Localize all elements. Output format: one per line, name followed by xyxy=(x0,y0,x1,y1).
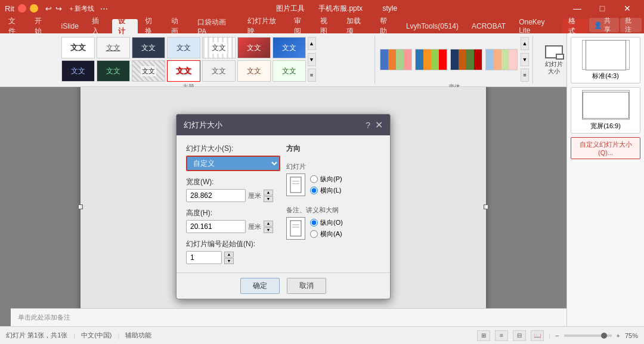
notes-placeholder: 单击此处添加备注 xyxy=(18,313,70,322)
dialog-help-icon[interactable]: ? xyxy=(366,120,370,130)
theme-item-9[interactable]: 文文 xyxy=(97,60,130,82)
tab-islide[interactable]: iSlide xyxy=(55,19,85,33)
more-tools-icon[interactable]: ⋯ xyxy=(100,4,108,13)
slide-num-up[interactable]: ▲ xyxy=(224,252,234,258)
variant-2[interactable] xyxy=(415,49,447,70)
zoom-slider[interactable] xyxy=(564,334,612,337)
theme-scroll-up[interactable]: ▲ xyxy=(308,37,316,50)
maximize-btn[interactable]: □ xyxy=(590,0,614,17)
zoom-thumb[interactable] xyxy=(601,333,607,339)
notes-portrait-radio-label[interactable]: 纵向(O) xyxy=(310,218,343,227)
tab-transitions[interactable]: 切换 xyxy=(139,19,164,33)
slide-portrait-icon xyxy=(290,176,302,193)
tab-lvyh[interactable]: LvyhTools(0514) xyxy=(400,19,465,33)
tab-view[interactable]: 视图 xyxy=(314,19,339,33)
new-slide-icon[interactable]: ＋新考线 xyxy=(68,4,94,13)
comment-btn[interactable]: 批注 xyxy=(620,18,642,32)
slide-canvas[interactable]: ↻ 幻灯片大小 ? ✕ xyxy=(80,87,486,326)
side-option-custom[interactable]: 自定义幻灯片大小(Q)... xyxy=(571,137,640,159)
variant-scroll-up[interactable]: ▲ xyxy=(521,37,529,50)
tab-start[interactable]: 开始 xyxy=(29,19,54,33)
title-btn-red[interactable] xyxy=(18,4,26,13)
tab-file[interactable]: 文件 xyxy=(2,19,27,33)
theme-item-7[interactable]: 文文 xyxy=(273,37,306,58)
theme-item-1[interactable]: 文文 xyxy=(61,37,95,58)
theme-item-4[interactable]: 文文 xyxy=(167,37,200,58)
dialog-close-icon[interactable]: ✕ xyxy=(375,119,383,131)
zoom-level[interactable]: 75% xyxy=(625,332,638,339)
variant-scroll-down[interactable]: ▼ xyxy=(521,53,529,66)
variant-1[interactable] xyxy=(380,49,412,70)
tab-acrobat[interactable]: ACROBAT xyxy=(466,19,512,33)
minimize-btn[interactable]: — xyxy=(565,0,589,17)
tab-help[interactable]: 帮助 xyxy=(374,19,399,33)
tab-format[interactable]: 格式 xyxy=(562,19,587,33)
ok-btn[interactable]: 确定 xyxy=(240,278,280,294)
landscape-radio-label[interactable]: 横向(L) xyxy=(310,186,342,195)
tab-insert[interactable]: 插入 xyxy=(86,19,111,33)
slide-num-spinner: ▲ ▼ xyxy=(224,252,234,264)
slide-num-input[interactable] xyxy=(186,251,222,264)
view-normal-btn[interactable]: ⊞ xyxy=(477,330,490,341)
landscape-radio[interactable] xyxy=(310,187,318,194)
theme-item-11[interactable]: 文文 xyxy=(167,60,200,82)
theme-item-3[interactable]: 文文 xyxy=(132,37,165,58)
theme-item-8[interactable]: 文文 xyxy=(61,60,95,82)
zoom-plus-btn[interactable]: + xyxy=(617,332,620,339)
notes-landscape-radio-label[interactable]: 横向(A) xyxy=(310,230,343,238)
notes-area[interactable]: 单击此处添加备注 xyxy=(11,308,566,326)
tab-addins[interactable]: 加载项 xyxy=(340,19,372,33)
theme-item-5[interactable]: 文文 xyxy=(202,37,236,58)
view-reading-btn[interactable]: 📖 xyxy=(531,330,544,341)
size-select[interactable]: 自定义 标准 (4:3) 宽屏 (16:9) xyxy=(186,156,280,171)
side-option-standard[interactable]: 标准(4:3) xyxy=(571,37,640,83)
portrait-radio-label[interactable]: 纵向(P) xyxy=(310,175,342,184)
height-up[interactable]: ▲ xyxy=(264,221,273,227)
theme-item-2[interactable]: 文文 xyxy=(97,37,130,58)
width-down[interactable]: ▼ xyxy=(264,196,273,202)
portrait-radio[interactable] xyxy=(310,175,318,183)
side-option-widescreen[interactable]: 宽屏(16:9) xyxy=(571,87,640,134)
height-input[interactable] xyxy=(186,220,246,233)
variant-3[interactable] xyxy=(450,49,482,70)
tab-review[interactable]: 审阅 xyxy=(288,19,313,33)
tab-animations[interactable]: 动画 xyxy=(165,19,190,33)
close-btn[interactable]: ✕ xyxy=(615,0,639,17)
notes-landscape-radio[interactable] xyxy=(310,230,318,238)
width-input[interactable] xyxy=(186,189,246,202)
theme-item-13[interactable]: 文文 xyxy=(237,60,271,82)
height-label: 高度(H): xyxy=(186,208,280,218)
slide-size-btn[interactable]: 幻灯片大小 xyxy=(538,42,569,78)
tab-pocket-pa[interactable]: 口袋动画 PA xyxy=(191,19,240,33)
notes-portrait-radio[interactable] xyxy=(310,219,318,227)
width-up[interactable]: ▲ xyxy=(264,190,273,196)
tab-design[interactable]: 设计 xyxy=(112,19,137,33)
share-btn[interactable]: 👤共享 xyxy=(589,18,620,32)
divider-2: | xyxy=(117,332,119,339)
view-slide-sorter-btn[interactable]: ⊟ xyxy=(513,330,526,341)
width-spinner: ▲ ▼ xyxy=(264,190,273,202)
tab-slideshow[interactable]: 幻灯片放映 xyxy=(242,19,287,33)
theme-item-6[interactable]: 文文 xyxy=(237,37,271,58)
size-label: 幻灯片大小(S): xyxy=(186,144,280,154)
undo-btn[interactable]: ↩ xyxy=(45,4,52,13)
view-outline-btn[interactable]: ≡ xyxy=(495,330,508,341)
theme-item-10[interactable]: 文文 xyxy=(132,60,165,82)
redo-btn[interactable]: ↪ xyxy=(55,4,62,13)
zoom-minus-btn[interactable]: − xyxy=(555,332,559,339)
title-btn-yellow[interactable] xyxy=(30,4,38,13)
theme-scroll-down[interactable]: ▼ xyxy=(308,53,316,66)
dialog-title: 幻灯片大小 xyxy=(184,120,222,131)
cancel-btn[interactable]: 取消 xyxy=(287,278,326,294)
status-right: ⊞ ≡ ⊟ 📖 | − + 75% xyxy=(477,330,638,341)
height-down[interactable]: ▼ xyxy=(264,227,273,233)
theme-scroll-more[interactable]: ≡ xyxy=(308,69,316,82)
window-controls: — □ ✕ xyxy=(565,0,639,17)
slide-num-down[interactable]: ▼ xyxy=(224,258,234,264)
side-panel: 标准(4:3) 宽屏(16:9) 自定义幻灯片大小(Q)... xyxy=(566,33,644,326)
theme-item-12[interactable]: 文文 xyxy=(202,60,236,82)
variant-scroll-more[interactable]: ≡ xyxy=(521,69,529,82)
tab-onekey[interactable]: OneKey Lite xyxy=(513,19,561,33)
variant-4[interactable] xyxy=(485,49,518,70)
theme-item-14[interactable]: 文文 xyxy=(273,60,306,82)
